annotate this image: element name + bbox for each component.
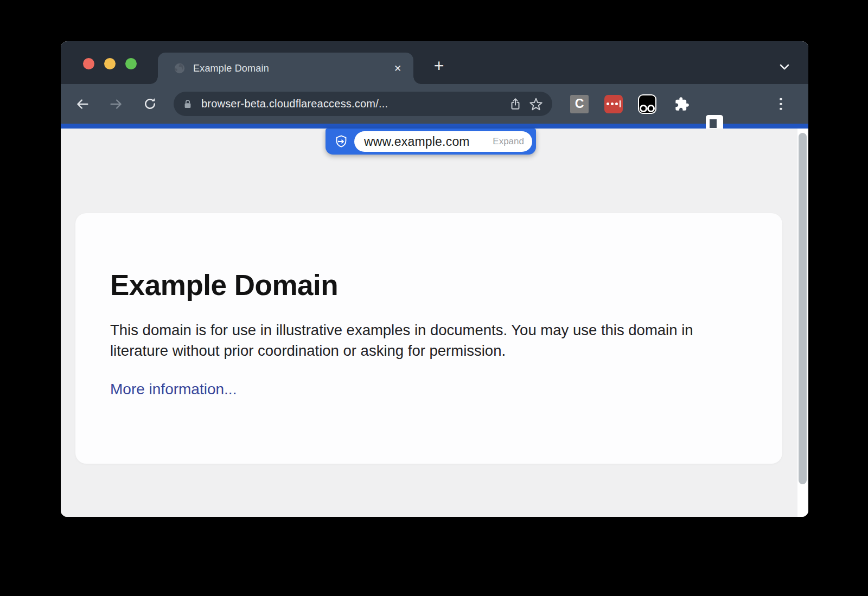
extension-c-icon[interactable]: C [570,95,589,113]
address-bar[interactable]: browser-beta.cloudflareaccess.com/... [174,92,552,116]
isolation-progress-bar [61,124,808,129]
tab-title: Example Domain [193,63,269,74]
web-page: www.example.com Expand Example Domain Th… [61,129,797,517]
browser-window: Example Domain ✕ + [61,41,808,517]
isolation-domain-field[interactable]: www.example.com Expand [354,131,532,152]
extension-password-manager-icon[interactable] [604,95,623,113]
share-icon[interactable] [507,95,524,113]
page-viewport: www.example.com Expand Example Domain Th… [61,129,808,517]
lock-icon [182,98,193,110]
reload-button[interactable] [141,95,159,113]
new-tab-button[interactable]: + [430,57,448,74]
page-heading: Example Domain [110,268,748,302]
back-button[interactable] [73,95,92,113]
maximize-window-button[interactable] [125,58,137,69]
browser-toolbar: browser-beta.cloudflareaccess.com/... C [61,84,808,124]
tab-strip: Example Domain ✕ + [61,41,808,84]
isolation-domain-text: www.example.com [364,134,470,149]
extension-goggles-icon[interactable] [638,94,656,114]
bookmark-star-icon[interactable] [527,95,545,113]
close-window-button[interactable] [83,58,94,69]
shield-arrow-icon [334,134,348,149]
traffic-lights [83,58,137,69]
content-card: Example Domain This domain is for use in… [75,213,782,464]
minimize-window-button[interactable] [104,58,116,69]
page-paragraph: This domain is for use in illustrative e… [110,320,739,361]
scrollbar-track[interactable] [797,129,808,517]
isolation-expand-button[interactable]: Expand [493,136,524,147]
forward-button[interactable] [107,95,125,113]
tab-close-icon[interactable]: ✕ [391,61,405,75]
browser-menu-kebab-icon[interactable] [780,98,782,110]
extensions-puzzle-icon[interactable] [674,96,690,112]
url-text: browser-beta.cloudflareaccess.com/... [201,98,503,110]
isolation-url-pill[interactable]: www.example.com Expand [326,129,536,155]
globe-favicon-icon [174,63,185,74]
more-information-link[interactable]: More information... [110,381,237,398]
tab-example-domain[interactable]: Example Domain ✕ [158,53,413,84]
desktop: { "tab": { "title": "Example Domain", "c… [0,0,868,596]
tab-search-chevron-down-icon[interactable] [778,61,791,73]
scrollbar-thumb[interactable] [799,133,807,484]
